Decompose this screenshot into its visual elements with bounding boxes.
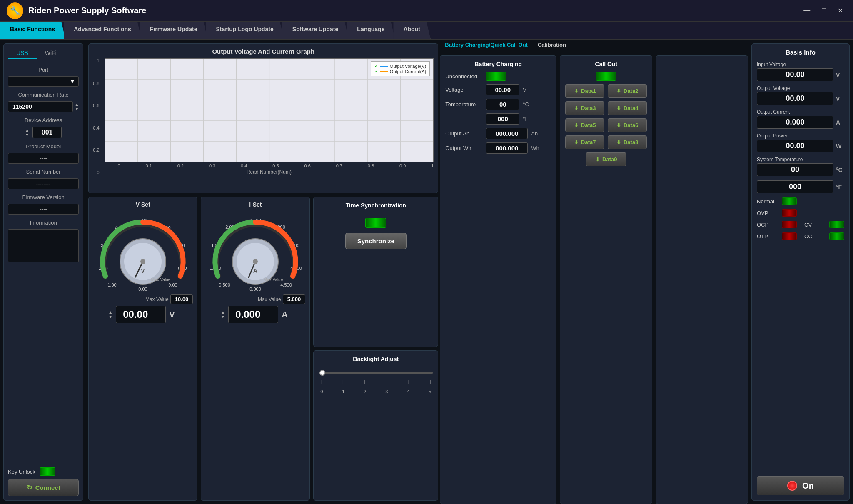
svg-text:V: V: [141, 267, 145, 274]
output-ah-box[interactable]: 000.000: [486, 128, 528, 139]
data4-button[interactable]: ⬇ Data4: [608, 101, 647, 115]
temp-c-row: Temperature 00 °C: [445, 99, 551, 110]
connect-button[interactable]: ↻ Connect: [8, 479, 79, 496]
device-down-icon[interactable]: ▼: [25, 132, 29, 137]
unconnected-led: [486, 72, 506, 81]
data3-label: Data3: [581, 105, 596, 111]
iset-max-box[interactable]: 5.000: [283, 294, 306, 304]
device-spinner[interactable]: ▲ ▼: [25, 128, 29, 137]
tab-basic-functions[interactable]: Basic Functions: [0, 22, 65, 39]
data3-icon: ⬇: [574, 105, 579, 111]
data6-button[interactable]: ⬇ Data6: [608, 118, 647, 132]
y-axis-labels: 1 0.8 0.6 0.4 0.2 0: [93, 58, 101, 175]
svg-text:0.00: 0.00: [139, 287, 147, 292]
vset-panel: V-Set 5.00 6.00 7.00 8.00 9.00 4.00 3.00…: [88, 197, 197, 501]
backlight-number-marks: 0 1 2 3 4 5: [319, 389, 433, 394]
x-axis-title: Read Number(Num): [105, 169, 434, 175]
sync-backlight-col: Time Synchronization Synchronize Backlig…: [313, 197, 438, 501]
vset-max-box[interactable]: 10.00: [170, 294, 193, 304]
maximize-button[interactable]: □: [818, 6, 829, 15]
app-title: Riden Power Supply Software: [28, 6, 800, 15]
minimize-button[interactable]: —: [800, 6, 813, 15]
data8-button[interactable]: ⬇ Data8: [608, 135, 647, 149]
tab-language[interactable]: Language: [347, 22, 395, 39]
vset-up-icon[interactable]: ▲: [108, 310, 112, 314]
ovp-label: OVP: [757, 210, 778, 216]
data5-button[interactable]: ⬇ Data5: [565, 118, 604, 132]
temp-f-box[interactable]: 000: [486, 113, 519, 125]
callout-panel: Call Out ⬇ Data1 ⬇ Data2 ⬇ Data3: [560, 55, 652, 504]
synchronize-button[interactable]: Synchronize: [345, 233, 407, 249]
data6-icon: ⬇: [616, 122, 621, 128]
tab-startup-logo[interactable]: Startup Logo Update: [206, 22, 284, 39]
port-label: Port: [8, 67, 79, 73]
iset-panel: I-Set 2.500 3.000 3.500 4.000 4.500 2.00…: [201, 197, 310, 501]
output-power-box: 00.00: [757, 140, 833, 152]
input-voltage-label: Input Voltage: [757, 62, 844, 67]
vset-spinner[interactable]: ▲ ▼: [108, 310, 112, 319]
tab-advanced-functions[interactable]: Advanced Functions: [64, 22, 142, 39]
otp-label: OTP: [757, 233, 778, 240]
device-up-icon[interactable]: ▲: [25, 128, 29, 132]
vset-down-icon[interactable]: ▼: [108, 314, 112, 319]
comm-up-icon[interactable]: ▲: [75, 102, 79, 107]
close-button[interactable]: ✕: [834, 6, 846, 15]
iset-up-icon[interactable]: ▲: [221, 310, 225, 314]
output-voltage-row: 00.00 V: [757, 92, 844, 105]
tab-firmware-update[interactable]: Firmware Update: [140, 22, 208, 39]
key-unlock-label: Key Unlock: [8, 469, 35, 475]
titlebar: 🔧 Riden Power Supply Software — □ ✕: [0, 0, 853, 22]
x-axis-labels: 0 0.1 0.2 0.3 0.4 0.5 0.6 0.7 0.8 0.9 1: [105, 163, 434, 168]
data7-button[interactable]: ⬇ Data7: [565, 135, 604, 149]
sys-temp-unit: °C: [836, 167, 844, 173]
comm-down-icon[interactable]: ▼: [75, 107, 79, 111]
data4-label: Data4: [624, 105, 638, 111]
temp-c-box[interactable]: 00: [486, 99, 519, 110]
output-wh-label: Output Wh: [445, 145, 483, 151]
timesync-panel: Time Synchronization Synchronize: [313, 197, 438, 347]
data3-button[interactable]: ⬇ Data3: [565, 101, 604, 115]
comm-rate-spinner[interactable]: ▲ ▼: [75, 102, 79, 111]
vset-value-box[interactable]: 00.00: [116, 306, 166, 323]
callout-grid: ⬇ Data1 ⬇ Data2 ⬇ Data3 ⬇ Data4: [565, 84, 647, 166]
output-current-field: Output Current 0.000 A: [757, 109, 844, 129]
svg-point-43: [253, 259, 258, 264]
iset-value-box[interactable]: 0.000: [228, 306, 278, 323]
output-voltage-unit: V: [836, 95, 844, 102]
output-current-row: 0.000 A: [757, 116, 844, 129]
vset-unit: V: [169, 310, 177, 319]
voltage-row: Voltage 00.00 V: [445, 84, 551, 95]
legend-voltage: ✓ Output Voltage(V): [374, 63, 426, 69]
tab-about[interactable]: About: [393, 22, 430, 39]
data1-button[interactable]: ⬇ Data1: [565, 84, 604, 98]
data8-icon: ⬇: [616, 139, 621, 145]
connect-label: Connect: [35, 484, 60, 491]
iset-down-icon[interactable]: ▼: [221, 314, 225, 319]
sidebar-tab-usb[interactable]: USB: [8, 48, 37, 59]
output-current-unit: A: [836, 119, 844, 126]
battery-voltage-box[interactable]: 00.00: [486, 84, 519, 95]
data2-button[interactable]: ⬇ Data2: [608, 84, 647, 98]
tab-software-update[interactable]: Software Update: [282, 22, 349, 39]
port-select[interactable]: ▼: [8, 76, 79, 87]
backlight-slider-track[interactable]: [319, 372, 433, 374]
comm-rate-row: 115200 ▲ ▼: [8, 101, 79, 112]
info-area: [8, 229, 79, 262]
unconnected-label: Unconnected: [445, 73, 483, 80]
temp-c-unit: °C: [523, 101, 529, 107]
on-button[interactable]: On: [757, 476, 844, 495]
sidebar-tab-wifi[interactable]: WiFi: [37, 48, 65, 59]
callout-title: Call Out: [565, 61, 647, 67]
sys-temp-field: System Temperature 00 °C: [757, 157, 844, 176]
battery-voltage-unit: V: [523, 87, 526, 93]
legend-voltage-color: [380, 66, 388, 67]
output-wh-box[interactable]: 000.000: [486, 142, 528, 154]
data9-button[interactable]: ⬇ Data9: [586, 152, 626, 166]
iset-spinner[interactable]: ▲ ▼: [221, 310, 225, 319]
svg-point-27: [140, 259, 145, 264]
graph-legend: ✓ Output Voltage(V) ✓ Output Current(A): [371, 61, 430, 76]
right-panels: Battery Charging/Quick Call Out Calibrat…: [440, 40, 748, 504]
voltage-label: Voltage: [445, 87, 483, 93]
backlight-slider-thumb[interactable]: [319, 370, 325, 376]
output-power-unit: W: [836, 143, 844, 150]
